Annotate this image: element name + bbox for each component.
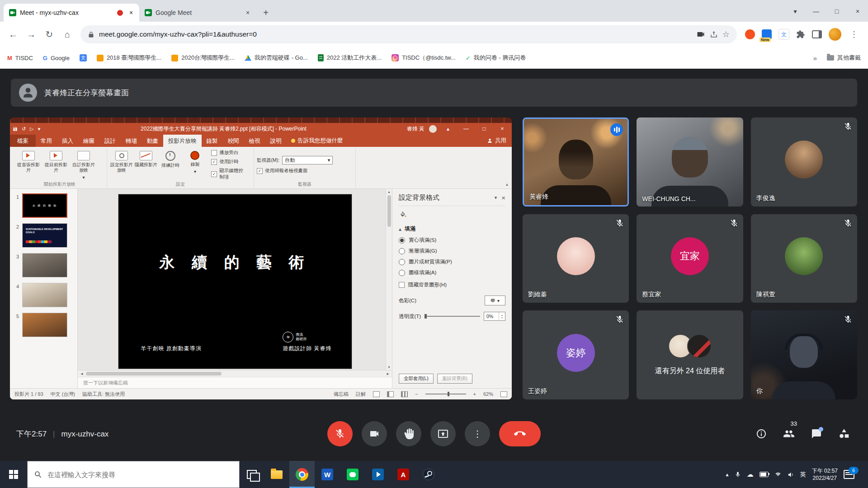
- gradient-fill-radio[interactable]: 漸層填滿(G): [399, 248, 505, 254]
- setup-slideshow-button[interactable]: 設定投影片放映: [110, 149, 133, 181]
- ppt-account-avatar[interactable]: [429, 125, 437, 133]
- scroll-right-icon[interactable]: ►: [386, 372, 390, 376]
- record-slideshow-button[interactable]: 錄製▾: [184, 149, 207, 181]
- participant-tile-caiyijia[interactable]: 宜家 蔡宜家: [637, 214, 743, 303]
- share-icon[interactable]: [710, 30, 718, 38]
- profile-avatar[interactable]: [829, 28, 841, 41]
- pattern-fill-radio[interactable]: 圖樣填滿(A): [399, 269, 505, 276]
- hidden-icons-chevron[interactable]: ▴: [726, 471, 729, 478]
- ppt-minimize-button[interactable]: —: [459, 126, 473, 132]
- participant-tile-huang[interactable]: 黃睿烽: [523, 117, 629, 206]
- puzzle-extensions-icon[interactable]: [796, 30, 805, 39]
- reset-background-button[interactable]: 重設背景(B): [437, 374, 472, 384]
- ppt-tab-review[interactable]: 校閱: [223, 135, 244, 147]
- apply-to-all-button[interactable]: 全部套用(L): [399, 374, 434, 384]
- bookmark-survey[interactable]: ✓我的问卷 - 腾讯问卷: [466, 54, 526, 62]
- address-bar[interactable]: meet.google.com/myx-uzhv-cax?pli=1&authu…: [80, 25, 737, 43]
- panel-close-icon[interactable]: ×: [501, 194, 505, 202]
- bookmark-star-icon[interactable]: ☆: [722, 29, 730, 39]
- taskbar-chrome[interactable]: [289, 461, 315, 488]
- save-icon[interactable]: [13, 127, 18, 131]
- new-tab-button[interactable]: +: [259, 6, 272, 19]
- picture-fill-radio[interactable]: 圖片或材質填滿(P): [399, 258, 505, 265]
- ppt-tab-view[interactable]: 檢視: [244, 135, 265, 147]
- panel-options-icon[interactable]: ▾: [495, 195, 497, 201]
- slideshow-view-icon[interactable]: [401, 391, 408, 397]
- bookmarks-overflow-icon[interactable]: »: [813, 54, 817, 62]
- ppt-tab-draw[interactable]: 繪圖: [78, 135, 99, 147]
- slideshow-icon[interactable]: ▷: [30, 126, 33, 132]
- ppt-tab-slideshow[interactable]: 投影片放映: [163, 135, 202, 147]
- undo-icon[interactable]: ↺: [22, 126, 26, 132]
- taskbar-file-explorer[interactable]: [264, 461, 289, 488]
- browser-tab-meet[interactable]: Meet - myx-uzhv-cax ×: [4, 4, 139, 22]
- section-caret-icon[interactable]: ▴: [399, 226, 401, 232]
- bookmark-sheet[interactable]: 2022 活動工作大表...: [318, 54, 382, 62]
- show-everyone-button[interactable]: 33: [783, 428, 795, 440]
- transparency-spinner[interactable]: 0%▴▾: [484, 312, 505, 321]
- fit-to-window-icon[interactable]: [500, 391, 507, 397]
- taskbar-steam[interactable]: [416, 461, 441, 488]
- browser-tab-googlemeet[interactable]: Google Meet ×: [139, 4, 256, 22]
- zoom-slider[interactable]: [425, 394, 466, 394]
- notes-pane[interactable]: 按一下以新增備忘稿: [78, 377, 392, 388]
- zoom-out-icon[interactable]: −: [415, 391, 418, 397]
- participant-tile-wangziting[interactable]: 姿婷 王姿婷: [523, 310, 629, 399]
- notes-toggle[interactable]: 備忘稿: [334, 391, 349, 398]
- ppt-restore-button[interactable]: □: [477, 126, 491, 132]
- ime-indicator[interactable]: 英: [800, 470, 806, 479]
- from-current-slide-button[interactable]: 從目前投影片: [43, 149, 69, 181]
- mic-toggle-button[interactable]: [327, 421, 353, 446]
- other-bookmarks[interactable]: 其他書籤: [827, 54, 861, 62]
- zoom-level[interactable]: 62%: [483, 391, 493, 397]
- qat-customize-icon[interactable]: ▾: [38, 126, 41, 132]
- tab-search-chevron-icon[interactable]: ▾: [785, 1, 806, 22]
- hide-background-checkbox[interactable]: 隱藏背景圖形(H): [399, 282, 505, 288]
- play-narration-checkbox[interactable]: 播放旁白: [211, 150, 248, 156]
- use-timings-checkbox[interactable]: ✓使用計時: [211, 159, 248, 165]
- taskbar-search-box[interactable]: [27, 461, 240, 488]
- collapse-ribbon-icon[interactable]: ▴: [506, 182, 508, 187]
- scroll-down-icon[interactable]: ▾: [388, 365, 390, 369]
- taskbar-line[interactable]: [340, 461, 365, 488]
- hide-slide-button[interactable]: 隱藏投影片: [134, 149, 157, 181]
- slide-thumbnail-1[interactable]: 1 永 續 的 藝 術: [13, 193, 74, 218]
- bookmark-2020[interactable]: 2020台灣國際學生...: [171, 54, 235, 62]
- home-button[interactable]: ⌂: [59, 26, 76, 43]
- comments-toggle[interactable]: 註解: [356, 391, 366, 398]
- participant-tile-liuweizhen[interactable]: 劉維蓁: [523, 214, 629, 303]
- ppt-tab-animations[interactable]: 動畫: [142, 135, 163, 147]
- bookmark-google[interactable]: GGoogle: [43, 55, 70, 61]
- zoom-thumb[interactable]: [448, 392, 449, 396]
- raise-hand-button[interactable]: [396, 421, 421, 446]
- slide-editor[interactable]: 永 續 的 藝 術 羊干創映 原創動畫導演 ≋ 換流藝研所 遊戲設計師 黃睿烽: [78, 189, 392, 370]
- tab-close-icon[interactable]: ×: [243, 8, 252, 17]
- ppt-tab-record[interactable]: 錄製: [202, 135, 223, 147]
- scroll-left-icon[interactable]: ◄: [80, 372, 84, 376]
- camera-toggle-button[interactable]: [362, 421, 387, 446]
- adblock-extension-icon[interactable]: [745, 29, 755, 39]
- ppt-tab-transitions[interactable]: 轉場: [121, 135, 142, 147]
- custom-slideshow-button[interactable]: 自訂投影片放映▾: [71, 149, 97, 181]
- transparency-slider[interactable]: [425, 316, 480, 317]
- bookmark-drive[interactable]: 我的雲端硬碟 - Go...: [245, 54, 308, 62]
- forward-button[interactable]: →: [23, 26, 40, 43]
- scrollbar-thumb[interactable]: [86, 372, 222, 375]
- shared-screen-tile[interactable]: ↺ ▷ ▾ 2022國際學生大賽分享簡報講師 黃睿烽2.ppt [相容模式] -…: [10, 117, 512, 399]
- monitor-dropdown[interactable]: 自動▾: [282, 156, 333, 164]
- leave-call-button[interactable]: [499, 421, 541, 446]
- ppt-tab-help[interactable]: 說明: [265, 135, 287, 147]
- ppt-tab-home[interactable]: 常用: [36, 135, 57, 147]
- bookmark-instagram[interactable]: TISDC（@tisdc.tw...: [392, 54, 456, 62]
- tab-close-icon[interactable]: ×: [127, 8, 136, 17]
- new-extension-icon[interactable]: New: [762, 29, 772, 39]
- back-button[interactable]: ←: [5, 26, 22, 43]
- from-beginning-button[interactable]: 從首張投影片: [15, 149, 42, 181]
- bookmark-tisdc-mail[interactable]: MTISDC: [7, 55, 33, 61]
- side-panel-icon[interactable]: [812, 30, 822, 38]
- ppt-close-button[interactable]: ×: [495, 126, 509, 132]
- scroll-up-icon[interactable]: ▴: [388, 190, 390, 194]
- rehearse-timings-button[interactable]: 排練計時: [159, 149, 182, 181]
- participant-tile-weichung[interactable]: WEI-CHUNG CH...: [637, 117, 743, 206]
- url-text[interactable]: meet.google.com/myx-uzhv-cax?pli=1&authu…: [99, 30, 257, 38]
